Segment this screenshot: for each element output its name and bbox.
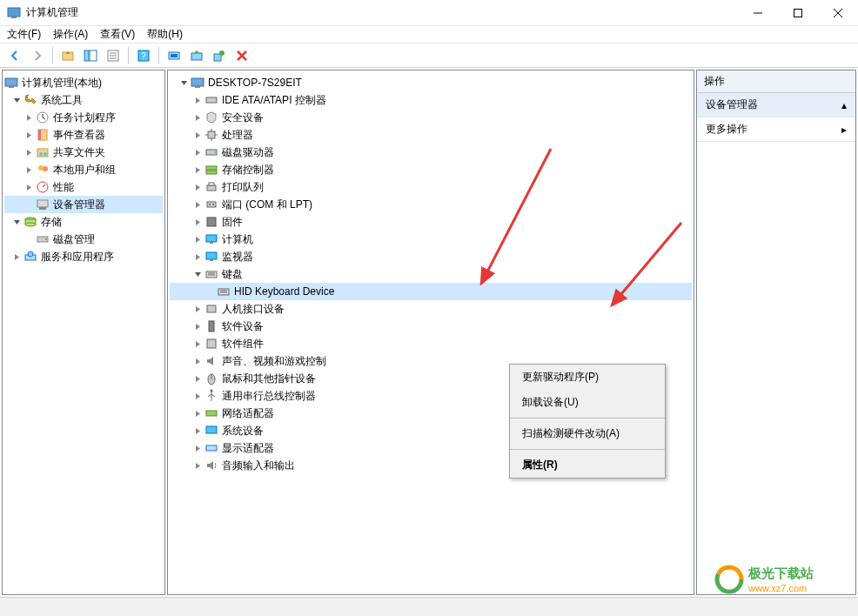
chevron-right-icon[interactable] <box>23 130 34 140</box>
dev-firmware[interactable]: 固件 <box>170 213 692 231</box>
chevron-right-icon[interactable] <box>192 182 203 192</box>
back-button[interactable] <box>5 46 24 65</box>
chevron-right-icon[interactable] <box>192 112 203 123</box>
tree-device-manager[interactable]: 设备管理器 <box>4 196 163 213</box>
chevron-right-icon[interactable] <box>192 321 203 331</box>
dev-storage-ctrl[interactable]: 存储控制器 <box>170 161 692 178</box>
tree-shared-folders[interactable]: 共享文件夹 <box>4 144 163 161</box>
update-driver-button[interactable] <box>187 46 206 65</box>
gpu-icon <box>204 441 218 455</box>
left-tree-pane: 计算机管理(本地) 系统工具 任务计划程序 事件查看器 共享文件夹 <box>2 70 165 595</box>
dev-computer[interactable]: 计算机 <box>170 231 692 248</box>
chevron-right-icon[interactable] <box>11 251 22 262</box>
ctx-scan-hardware[interactable]: 扫描检测硬件改动(A) <box>510 421 665 446</box>
svg-rect-31 <box>37 200 48 207</box>
chevron-right-icon[interactable] <box>192 460 203 471</box>
tree-users-groups[interactable]: 本地用户和组 <box>4 161 163 178</box>
actions-more[interactable]: 更多操作 ▸ <box>697 117 855 142</box>
chevron-down-icon[interactable] <box>11 95 22 105</box>
forward-button[interactable] <box>28 46 47 65</box>
chevron-right-icon[interactable] <box>192 130 203 140</box>
menu-action[interactable]: 操作(A) <box>53 27 88 42</box>
svg-rect-17 <box>191 53 202 60</box>
context-menu: 更新驱动程序(P) 卸载设备(U) 扫描检测硬件改动(A) 属性(R) <box>509 364 666 479</box>
help-button[interactable]: ? <box>134 46 153 65</box>
tree-system-tools[interactable]: 系统工具 <box>4 91 163 109</box>
chevron-right-icon[interactable] <box>192 443 203 453</box>
menu-view[interactable]: 查看(V) <box>100 27 135 42</box>
dev-keyboard[interactable]: 键盘 <box>170 265 692 283</box>
ctx-uninstall[interactable]: 卸载设备(U) <box>510 390 665 415</box>
dev-label: 鼠标和其他指针设备 <box>222 372 316 386</box>
chevron-right-icon[interactable] <box>23 182 34 192</box>
show-hide-tree-button[interactable] <box>81 46 100 65</box>
dev-label: 键盘 <box>222 267 243 282</box>
chevron-right-icon[interactable] <box>192 251 203 262</box>
dev-cpu[interactable]: 处理器 <box>170 126 692 144</box>
dev-disk-drives[interactable]: 磁盘驱动器 <box>170 144 692 161</box>
svg-rect-8 <box>90 50 97 61</box>
printer-icon <box>204 180 218 194</box>
chevron-right-icon[interactable] <box>23 164 34 175</box>
svg-point-28 <box>38 165 44 171</box>
menu-file[interactable]: 文件(F) <box>7 27 41 42</box>
chevron-right-icon[interactable] <box>23 147 34 157</box>
chevron-down-icon[interactable] <box>11 217 22 227</box>
dev-software-components[interactable]: 软件组件 <box>170 335 692 352</box>
tree-services-apps[interactable]: 服务和应用程序 <box>4 248 163 265</box>
tree-root[interactable]: 计算机管理(本地) <box>4 74 163 91</box>
up-button[interactable] <box>58 46 77 65</box>
tree-storage[interactable]: 存储 <box>4 213 163 231</box>
chevron-down-icon[interactable] <box>192 269 203 279</box>
svg-rect-50 <box>206 166 217 170</box>
dev-hid[interactable]: 人机接口设备 <box>170 300 692 318</box>
delete-button[interactable] <box>232 46 251 65</box>
dev-software-devices[interactable]: 软件设备 <box>170 318 692 335</box>
dev-label: 固件 <box>222 215 243 230</box>
chevron-right-icon[interactable] <box>192 95 203 105</box>
chevron-right-icon[interactable] <box>192 391 203 401</box>
tree-label: 系统工具 <box>41 93 83 108</box>
chevron-right-icon[interactable] <box>192 217 203 227</box>
dev-label: 磁盘驱动器 <box>222 145 274 160</box>
close-button[interactable] <box>818 0 858 25</box>
dev-monitor[interactable]: 监视器 <box>170 248 692 265</box>
chevron-right-icon[interactable] <box>192 356 203 366</box>
tree-disk-mgmt[interactable]: 磁盘管理 <box>4 231 163 248</box>
dev-root[interactable]: DESKTOP-7S29EIT <box>170 74 692 91</box>
tree-performance[interactable]: 性能 <box>4 178 163 196</box>
chevron-right-icon[interactable] <box>192 164 203 175</box>
dev-label: IDE ATA/ATAPI 控制器 <box>222 93 326 108</box>
chevron-right-icon[interactable] <box>192 234 203 244</box>
statusbar <box>0 597 858 616</box>
chevron-right-icon[interactable] <box>192 408 203 418</box>
uninstall-button[interactable] <box>210 46 229 65</box>
tree-task-scheduler[interactable]: 任务计划程序 <box>4 109 163 126</box>
dev-hid-keyboard[interactable]: HID Keyboard Device <box>170 283 692 300</box>
menu-help[interactable]: 帮助(H) <box>147 27 183 42</box>
minimize-button[interactable] <box>738 0 778 25</box>
dev-ports[interactable]: 端口 (COM 和 LPT) <box>170 196 692 213</box>
ctx-update-driver[interactable]: 更新驱动程序(P) <box>510 365 665 390</box>
chevron-right-icon[interactable] <box>192 373 203 384</box>
chevron-right-icon[interactable] <box>192 304 203 314</box>
properties-button[interactable] <box>104 46 123 65</box>
tree-label: 性能 <box>53 180 74 195</box>
actions-devmgr[interactable]: 设备管理器 ▴ <box>697 93 855 117</box>
svg-point-56 <box>212 204 214 205</box>
chevron-right-icon[interactable] <box>192 338 203 349</box>
dev-security[interactable]: 安全设备 <box>170 109 692 126</box>
svg-point-26 <box>39 152 43 156</box>
chevron-right-icon[interactable] <box>23 112 34 123</box>
dev-print-queue[interactable]: 打印队列 <box>170 178 692 196</box>
ctx-properties[interactable]: 属性(R) <box>510 452 665 478</box>
dev-ide-ata[interactable]: IDE ATA/ATAPI 控制器 <box>170 91 692 109</box>
chevron-right-icon[interactable] <box>192 425 203 436</box>
chevron-right-icon[interactable] <box>192 199 203 210</box>
maximize-button[interactable] <box>778 0 818 25</box>
chevron-down-icon[interactable] <box>178 77 189 88</box>
scan-button[interactable] <box>164 46 184 65</box>
chevron-right-icon[interactable] <box>192 147 203 157</box>
svg-rect-74 <box>206 411 217 416</box>
tree-event-viewer[interactable]: 事件查看器 <box>4 126 163 144</box>
